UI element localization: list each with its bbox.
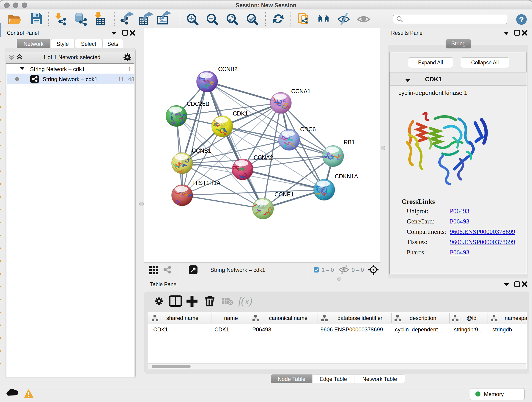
svg-text:name: name — [224, 315, 238, 321]
svg-text:RB1: RB1 — [344, 139, 355, 145]
svg-text:CDK1: CDK1 — [233, 110, 248, 117]
svg-text:1 – 0: 1 – 0 — [322, 267, 334, 273]
svg-text:shared name: shared name — [166, 315, 198, 321]
svg-text:CDC25B: CDC25B — [187, 101, 209, 107]
svg-text:database identifier: database identifier — [337, 315, 382, 321]
svg-text:CCNA1: CCNA1 — [291, 88, 311, 95]
svg-text:String Network – cdk1: String Network – cdk1 — [43, 76, 98, 82]
svg-text:CCNE1: CCNE1 — [274, 191, 294, 198]
svg-text:@id: @id — [467, 315, 476, 321]
svg-text:stringdb: stringdb — [492, 326, 512, 332]
svg-text:11: 11 — [118, 76, 124, 82]
svg-text:CDKN1A: CDKN1A — [335, 173, 358, 179]
svg-text:CDK1: CDK1 — [215, 326, 229, 332]
svg-text:0 – 0: 0 – 0 — [352, 267, 364, 273]
svg-text:description: description — [410, 315, 436, 321]
svg-text:CCNB2: CCNB2 — [218, 66, 238, 72]
svg-text:1: 1 — [128, 66, 131, 72]
svg-text:String Network – cdk1: String Network – cdk1 — [30, 66, 85, 72]
svg-text:canonical name: canonical name — [269, 315, 307, 321]
svg-text:cyclin–dependent ...: cyclin–dependent ... — [395, 326, 444, 332]
svg-text:CDK1: CDK1 — [153, 326, 168, 332]
svg-text:CCNA2: CCNA2 — [254, 154, 273, 161]
svg-text:CCNB1: CCNB1 — [192, 147, 211, 154]
svg-text:stringdb:9...: stringdb:9... — [454, 326, 482, 332]
svg-text:HIST1H1A: HIST1H1A — [193, 180, 221, 186]
svg-text:?: ? — [519, 15, 524, 24]
svg-text:f(x): f(x) — [238, 295, 252, 307]
svg-text:48: 48 — [128, 76, 134, 82]
svg-text:CDC6: CDC6 — [300, 126, 316, 133]
svg-text:9606.ENSP00000378699: 9606.ENSP00000378699 — [321, 326, 383, 332]
svg-text:P06493: P06493 — [252, 326, 271, 332]
svg-text:String Network – cdk1: String Network – cdk1 — [210, 267, 265, 273]
svg-text:1 of 1 Network selected: 1 of 1 Network selected — [43, 54, 101, 60]
svg-text:namespac: namespac — [505, 315, 527, 321]
